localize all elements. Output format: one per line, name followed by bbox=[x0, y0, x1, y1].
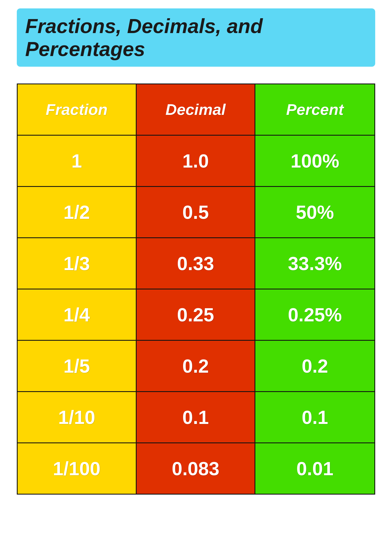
decimal-value-3: 0.25 bbox=[177, 304, 214, 325]
decimal-value-4: 0.2 bbox=[182, 356, 209, 377]
fraction-value-6: 1/100 bbox=[53, 458, 101, 479]
cell-decimal-1: 0.5 bbox=[137, 187, 256, 237]
fraction-value-0: 1 bbox=[71, 150, 82, 171]
table-row: 1/30.3333.3% bbox=[18, 238, 374, 289]
cell-decimal-0: 1.0 bbox=[137, 136, 256, 186]
decimal-value-1: 0.5 bbox=[182, 202, 209, 223]
cell-decimal-5: 0.1 bbox=[137, 392, 256, 442]
table-header-row: Fraction Decimal Percent bbox=[18, 84, 374, 136]
cell-percent-2: 33.3% bbox=[255, 238, 374, 289]
cell-fraction-2: 1/3 bbox=[18, 238, 137, 289]
table-row: 11.0100% bbox=[18, 136, 374, 187]
header-fraction: Fraction bbox=[18, 84, 137, 135]
percent-value-3: 0.25% bbox=[288, 304, 342, 325]
fractions-table: Fraction Decimal Percent 11.0100%1/20.55… bbox=[17, 84, 375, 495]
header-percent-label: Percent bbox=[286, 101, 344, 118]
table-row: 1/50.20.2 bbox=[18, 341, 374, 392]
table-row: 1/100.10.1 bbox=[18, 392, 374, 443]
cell-decimal-6: 0.083 bbox=[137, 443, 256, 494]
header-decimal: Decimal bbox=[137, 84, 256, 135]
decimal-value-0: 1.0 bbox=[182, 150, 209, 171]
fraction-value-1: 1/2 bbox=[64, 202, 90, 223]
cell-percent-3: 0.25% bbox=[255, 289, 374, 340]
page-title: Fractions, Decimals, and Percentages bbox=[25, 15, 367, 61]
decimal-value-2: 0.33 bbox=[177, 253, 214, 274]
cell-percent-6: 0.01 bbox=[255, 443, 374, 494]
percent-value-5: 0.1 bbox=[302, 407, 328, 428]
cell-fraction-4: 1/5 bbox=[18, 341, 137, 391]
header-decimal-label: Decimal bbox=[165, 101, 226, 118]
percent-value-0: 100% bbox=[291, 150, 339, 171]
percent-value-1: 50% bbox=[296, 202, 334, 223]
fraction-value-2: 1/3 bbox=[64, 253, 90, 274]
cell-fraction-5: 1/10 bbox=[18, 392, 137, 442]
cell-percent-4: 0.2 bbox=[255, 341, 374, 391]
cell-fraction-6: 1/100 bbox=[18, 443, 137, 494]
table-row: 1/1000.0830.01 bbox=[18, 443, 374, 494]
cell-fraction-3: 1/4 bbox=[18, 289, 137, 340]
cell-decimal-3: 0.25 bbox=[137, 289, 256, 340]
cell-decimal-2: 0.33 bbox=[137, 238, 256, 289]
cell-percent-5: 0.1 bbox=[255, 392, 374, 442]
decimal-value-6: 0.083 bbox=[172, 458, 219, 479]
header-fraction-label: Fraction bbox=[46, 101, 108, 118]
table-row: 1/40.250.25% bbox=[18, 289, 374, 341]
fraction-value-3: 1/4 bbox=[64, 304, 90, 325]
table-row: 1/20.550% bbox=[18, 187, 374, 238]
cell-decimal-4: 0.2 bbox=[137, 341, 256, 391]
cell-percent-0: 100% bbox=[255, 136, 374, 186]
decimal-value-5: 0.1 bbox=[182, 407, 209, 428]
percent-value-6: 0.01 bbox=[296, 458, 333, 479]
fraction-value-4: 1/5 bbox=[64, 356, 90, 377]
page-title-banner: Fractions, Decimals, and Percentages bbox=[17, 8, 375, 67]
cell-fraction-1: 1/2 bbox=[18, 187, 137, 237]
percent-value-4: 0.2 bbox=[302, 356, 328, 377]
fraction-value-5: 1/10 bbox=[58, 407, 95, 428]
cell-fraction-0: 1 bbox=[18, 136, 137, 186]
percent-value-2: 33.3% bbox=[288, 253, 342, 274]
cell-percent-1: 50% bbox=[255, 187, 374, 237]
header-percent: Percent bbox=[255, 84, 374, 135]
